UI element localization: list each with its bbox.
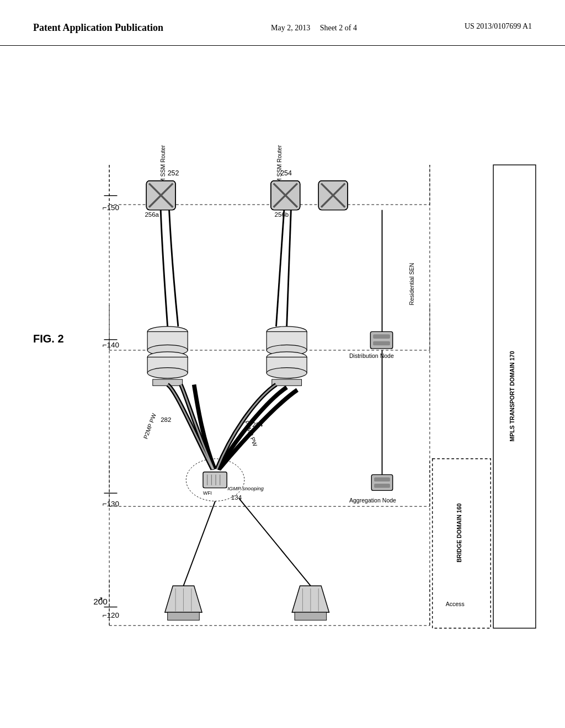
svg-text:⌐140: ⌐140 [103,341,119,350]
svg-rect-60 [272,379,302,386]
svg-rect-30 [295,613,327,620]
svg-text:WFI: WFI [203,490,212,496]
patent-diagram: 200 ↗ ⌐120 ⌐130 ⌐140 ⌐150 [0,46,565,708]
svg-rect-35 [203,472,227,488]
svg-point-52 [147,368,188,378]
svg-text:↗: ↗ [97,595,103,603]
sheet-info: Sheet 2 of 4 [320,24,357,32]
svg-text:⌐130: ⌐130 [103,500,119,508]
svg-text:Distribution Node: Distribution Node [349,353,394,360]
svg-rect-25 [168,613,200,620]
svg-text:IGMP snooping: IGMP snooping [227,486,264,492]
svg-text:252: 252 [168,170,179,178]
svg-text:282: 282 [161,416,171,423]
header-center: May 2, 2013 Sheet 2 of 4 [271,22,357,34]
svg-text:BRIDGE DOMAIN 160: BRIDGE DOMAIN 160 [456,504,462,563]
svg-text:MPLS TRANSPORT DOMAIN 170: MPLS TRANSPORT DOMAIN 170 [509,351,515,442]
publication-title: Patent Application Publication [33,22,163,34]
patent-number: US 2013/0107699 A1 [465,22,532,31]
svg-rect-62 [373,335,390,339]
svg-line-85 [239,499,311,586]
svg-rect-61 [370,332,392,349]
svg-text:284: 284 [252,422,263,429]
svg-text:Aggregation Node: Aggregation Node [349,497,396,504]
svg-rect-45 [374,484,390,488]
publication-date: May 2, 2013 [271,24,310,32]
svg-line-84 [183,501,215,586]
svg-text:⌐120: ⌐120 [103,611,119,619]
svg-text:Residential SEN: Residential SEN [408,263,415,306]
svg-rect-63 [373,341,390,346]
diagram-area: FIG. 2 200 ↗ ⌐120 ⌐130 ⌐140 ⌐150 [0,46,565,708]
svg-text:256a: 256a [145,211,159,218]
svg-text:Access: Access [446,601,465,607]
svg-text:P2MP PW: P2MP PW [142,413,157,440]
svg-rect-44 [374,478,390,482]
svg-point-59 [266,368,307,378]
page-header: Patent Application Publication May 2, 20… [0,0,565,46]
svg-rect-43 [371,475,392,491]
svg-text:256b: 256b [275,211,289,218]
